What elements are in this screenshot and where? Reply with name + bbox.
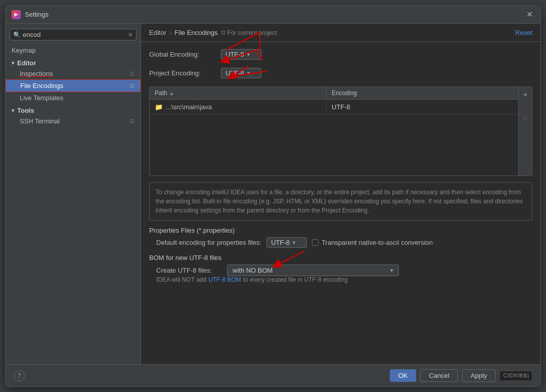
global-encoding-label: Global Encoding: xyxy=(149,51,215,58)
right-panel: Editor › File Encodings ⊡ For current pr… xyxy=(141,24,540,364)
breadcrumb-separator: › xyxy=(169,29,171,36)
global-encoding-value: UTF-8 xyxy=(225,51,244,58)
sidebar-item-label: SSH Terminal xyxy=(20,117,60,125)
sidebar-section-label: Tools xyxy=(17,107,34,114)
collapse-icon: ▾ xyxy=(12,60,14,66)
panel-header: Editor › File Encodings ⊡ For current pr… xyxy=(141,24,540,42)
table-actions: + − ✎ xyxy=(518,87,532,176)
encoding-note: To change encoding IntelliJ IDEA uses fo… xyxy=(149,182,532,221)
footer-left: ? xyxy=(14,370,25,381)
sidebar-section-label: Editor xyxy=(17,59,36,67)
dialog-title: Settings xyxy=(25,11,49,18)
folder-icon: 📁 xyxy=(155,103,163,111)
th-path: Path ▲ xyxy=(150,87,327,99)
remove-row-button[interactable]: − xyxy=(520,101,531,112)
sidebar-item-label: Inspections xyxy=(20,70,53,77)
sidebar-item-file-encodings[interactable]: File Encodings ⊡ xyxy=(6,79,141,92)
properties-encoding-value: UTF-8 xyxy=(271,239,290,246)
properties-encoding-row: Default encoding for properties files: U… xyxy=(156,237,532,248)
ok-button[interactable]: OK xyxy=(390,369,417,382)
properties-section-title: Properties Files (*.properties) xyxy=(149,227,532,234)
main-content: 🔍 ✕ Keymap ▾ Editor Inspections ⊡ File E… xyxy=(6,24,540,364)
transparent-checkbox[interactable] xyxy=(312,239,318,246)
td-path: 📁 ...\src\main\java xyxy=(150,102,327,112)
search-input[interactable] xyxy=(23,31,126,38)
project-encoding-row: Project Encoding: UTF-8 ▾ xyxy=(149,68,532,78)
properties-encoding-dropdown[interactable]: UTF-8 ▾ xyxy=(266,237,307,248)
app-icon xyxy=(12,10,21,19)
td-encoding: UTF-8 xyxy=(327,102,518,112)
sidebar-item-label: File Encodings xyxy=(20,82,63,90)
bom-create-dropdown[interactable]: with NO BOM ▾ xyxy=(227,265,399,276)
sidebar-item-label: Keymap xyxy=(12,47,36,54)
breadcrumb-parent: Editor xyxy=(149,29,166,36)
sidebar-item-inspections[interactable]: Inspections ⊡ xyxy=(6,68,141,79)
transparent-label: Transparent native-to-ascii conversion xyxy=(322,239,433,246)
sidebar-item-label: Live Templates xyxy=(20,94,63,102)
properties-section: Properties Files (*.properties) Default … xyxy=(149,227,532,248)
breadcrumb: Editor › File Encodings ⊡ For current pr… xyxy=(149,29,277,36)
titlebar-left: Settings xyxy=(12,10,49,19)
search-box: 🔍 ✕ xyxy=(10,29,136,40)
right-panel-wrapper: Editor › File Encodings ⊡ For current pr… xyxy=(141,24,540,364)
sidebar-item-keymap[interactable]: Keymap xyxy=(6,45,141,56)
close-button[interactable]: ✕ xyxy=(526,11,534,19)
reset-button[interactable]: Reset xyxy=(515,29,532,36)
for-project-label: ⊡ For current project xyxy=(221,29,277,36)
cancel-button[interactable]: Cancel xyxy=(420,369,458,382)
th-encoding: Encoding xyxy=(327,87,518,99)
chevron-down-icon: ▾ xyxy=(247,52,250,57)
chevron-down-icon: ▾ xyxy=(390,267,393,274)
sidebar-section-tools: ▾ Tools xyxy=(6,104,141,115)
sidebar-item-live-templates[interactable]: Live Templates xyxy=(6,92,141,104)
sort-icon: ▲ xyxy=(169,91,174,96)
help-button[interactable]: ? xyxy=(14,370,25,381)
project-encoding-label: Project Encoding: xyxy=(149,69,215,77)
search-icon: 🔍 xyxy=(13,31,21,38)
global-encoding-row: Global Encoding: UTF-8 ▾ xyxy=(149,49,532,60)
encoding-table-section: Path ▲ Encoding 📁 xyxy=(149,86,532,176)
table-header: Path ▲ Encoding xyxy=(150,87,518,100)
sidebar: 🔍 ✕ Keymap ▾ Editor Inspections ⊡ File E… xyxy=(6,24,141,364)
project-encoding-value: UTF-8 xyxy=(225,69,244,77)
table-body: 📁 ...\src\main\java UTF-8 xyxy=(150,100,518,176)
chevron-down-icon: ▾ xyxy=(247,70,250,76)
csdn-badge: CSDN博客j xyxy=(499,371,532,381)
settings-dialog: Settings ✕ 🔍 ✕ Keymap ▾ Editor In xyxy=(5,5,541,387)
copy-icon: ⊡ xyxy=(130,118,134,124)
bom-link[interactable]: UTF-8 BOM xyxy=(208,276,241,283)
chevron-down-icon: ▾ xyxy=(293,240,295,245)
search-clear-button[interactable]: ✕ xyxy=(128,31,133,38)
bom-section: BOM for new UTF-8 files Create UTF-8 fil… xyxy=(149,254,532,283)
project-icon: ⊡ xyxy=(221,29,225,36)
path-value: ...\src\main\java xyxy=(166,103,212,111)
add-row-button[interactable]: + xyxy=(520,89,531,100)
edit-row-button[interactable]: ✎ xyxy=(520,113,531,124)
bom-create-label: Create UTF-8 files: xyxy=(156,267,222,274)
transparent-checkbox-label[interactable]: Transparent native-to-ascii conversion xyxy=(312,239,433,246)
collapse-icon: ▾ xyxy=(12,108,14,113)
encoding-value: UTF-8 xyxy=(332,103,350,111)
sidebar-item-ssh-terminal[interactable]: SSH Terminal ⊡ xyxy=(6,115,141,127)
global-encoding-dropdown[interactable]: UTF-8 ▾ xyxy=(221,49,261,60)
project-encoding-dropdown[interactable]: UTF-8 ▾ xyxy=(221,68,261,78)
copy-icon: ⊡ xyxy=(129,82,134,89)
bom-note: IDEA will NOT add UTF-8 BOM to every cre… xyxy=(156,276,532,283)
dialog-footer: ? OK Cancel Apply CSDN博客j xyxy=(6,364,540,386)
sidebar-section-editor: ▾ Editor xyxy=(6,56,141,68)
bom-create-row: Create UTF-8 files: with NO BOM ▾ xyxy=(156,265,532,276)
default-encoding-label: Default encoding for properties files: xyxy=(156,239,261,246)
panel-body: Global Encoding: UTF-8 ▾ Project Encodin… xyxy=(141,42,540,364)
apply-button[interactable]: Apply xyxy=(462,369,496,382)
bom-create-value: with NO BOM xyxy=(233,267,272,274)
breadcrumb-current: File Encodings xyxy=(174,29,217,36)
bom-section-title: BOM for new UTF-8 files xyxy=(149,254,532,262)
titlebar: Settings ✕ xyxy=(6,6,540,24)
table-row[interactable]: 📁 ...\src\main\java UTF-8 xyxy=(150,100,518,115)
copy-icon: ⊡ xyxy=(130,70,134,77)
encoding-table: Path ▲ Encoding 📁 xyxy=(150,87,518,176)
